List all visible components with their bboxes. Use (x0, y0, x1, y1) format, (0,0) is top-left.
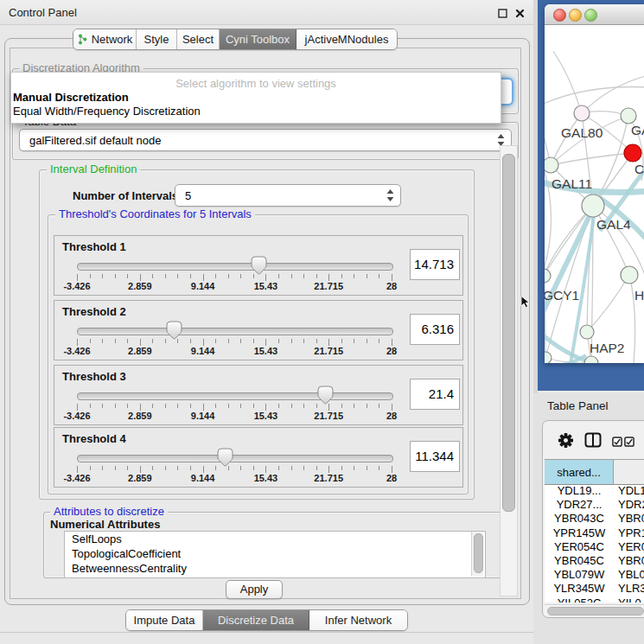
threshold-slider-thumb[interactable] (217, 448, 233, 467)
minor-tick (115, 274, 116, 278)
minimize-traffic-light-icon[interactable] (569, 9, 582, 22)
threshold-value-field[interactable]: 6.316 (410, 314, 460, 345)
tab-discretize-data[interactable]: Discretize Data (203, 610, 309, 630)
major-tick (203, 339, 204, 346)
threshold-slider-track[interactable] (77, 328, 393, 335)
stepper-arrows-icon (497, 134, 505, 146)
tick-label: 15.43 (243, 346, 288, 356)
minor-tick (278, 466, 279, 470)
panel-scrollbar-thumb[interactable] (502, 154, 515, 512)
table-row[interactable]: YDL19...YDL1 (545, 484, 644, 498)
major-tick (265, 274, 266, 281)
minor-tick (177, 274, 178, 278)
number-of-intervals-combobox[interactable]: 5 (175, 184, 401, 207)
tab-select[interactable]: Select (177, 29, 220, 49)
table-row[interactable]: YLR345WYLR3 (545, 582, 644, 596)
tick-label: 2.859 (118, 473, 163, 483)
minor-tick (341, 274, 342, 278)
float-window-icon[interactable] (497, 7, 508, 18)
table-header-row: shared...na (545, 459, 644, 485)
minor-tick (379, 274, 379, 278)
table-data-combobox[interactable]: galFiltered.sif default node (19, 129, 512, 151)
table-hscrollbar[interactable] (545, 604, 644, 615)
gear-icon[interactable] (558, 432, 574, 452)
minor-tick (228, 274, 229, 278)
threshold-value-field[interactable]: 11.344 (410, 441, 460, 472)
table-row[interactable]: YDR27...YDR2 (545, 498, 644, 512)
threshold-slider-thumb[interactable] (317, 386, 334, 405)
threshold-slider-thumb[interactable] (251, 256, 267, 275)
network-node (574, 105, 590, 121)
tab-label: jActiveMNodules (305, 33, 389, 46)
columns-icon[interactable] (584, 432, 602, 451)
table-row[interactable]: YIL052CYIL0 (545, 596, 644, 603)
close-traffic-light-icon[interactable] (553, 9, 566, 22)
network-window-titlebar[interactable] (545, 4, 644, 25)
minor-tick (165, 466, 166, 470)
threshold-panel-4: Threshold 4-3.4262.8599.14415.4321.71528… (54, 427, 463, 488)
minor-tick (102, 274, 103, 278)
tab-infer-network[interactable]: Infer Network (309, 610, 407, 630)
minor-tick (316, 466, 317, 470)
interval-definition-label: Interval Definition (47, 163, 140, 175)
apply-button[interactable]: Apply (226, 580, 283, 599)
table-cell: YBR0 (614, 554, 644, 568)
threshold-slider-track[interactable] (77, 263, 393, 271)
minor-tick (165, 274, 166, 278)
popup-item-manual-discretization[interactable]: Manual Discretization (13, 91, 129, 104)
threshold-slider-track[interactable] (77, 455, 393, 462)
attributes-list-scrollbar[interactable] (471, 532, 483, 576)
network-node (545, 352, 552, 363)
minor-tick (379, 339, 379, 343)
attribute-list-item[interactable]: TopologicalCoefficient (65, 547, 485, 561)
minor-tick (253, 466, 254, 470)
network-node (580, 325, 594, 339)
node-table: shared...na YDL19...YDL1YDR27...YDR2YBR0… (545, 459, 644, 603)
tab-jactivemnodules[interactable]: jActiveMNodules (296, 29, 397, 49)
threshold-slider-track[interactable] (77, 392, 393, 400)
minor-tick (316, 274, 317, 278)
numerical-attributes-list[interactable]: SelfLoopsTopologicalCoefficientBetweenne… (64, 531, 486, 578)
network-node (624, 144, 641, 162)
table-row[interactable]: YBR045CYBR0 (545, 554, 644, 568)
tab-impute-data[interactable]: Impute Data (126, 610, 203, 630)
table-row[interactable]: YBL079WYBL0 (545, 568, 644, 582)
table-row[interactable]: YER054CYER0 (545, 540, 644, 554)
major-tick (203, 466, 204, 473)
tick-label: -3.426 (54, 281, 99, 291)
tab-label: Impute Data (134, 614, 195, 627)
network-node-label: H (634, 288, 644, 303)
attribute-list-item[interactable]: BetweennessCentrality (65, 562, 485, 576)
table-column-header[interactable]: shared... (545, 460, 614, 484)
table-row[interactable]: YBR043CYBR0 (545, 512, 644, 526)
table-row[interactable]: YPR145WYPR1 (545, 526, 644, 540)
minor-tick (379, 404, 379, 408)
threshold-value-field[interactable]: 21.4 (410, 379, 460, 410)
network-node-label: C (634, 162, 644, 176)
threshold-value-field[interactable]: 14.713 (410, 249, 460, 280)
tab-label: Style (144, 33, 169, 46)
minor-tick (316, 339, 317, 343)
minor-tick (303, 404, 304, 408)
threshold-slider-thumb[interactable] (166, 321, 182, 340)
zoom-traffic-light-icon[interactable] (584, 9, 597, 22)
popup-item-equal-width[interactable]: Equal Width/Frequency Discretization (13, 105, 201, 118)
minor-tick (102, 339, 103, 343)
close-icon[interactable] (514, 7, 526, 18)
tab-network[interactable]: Network (73, 29, 137, 49)
minor-tick (115, 466, 116, 470)
table-column-header[interactable]: na (614, 460, 644, 484)
major-tick (265, 339, 266, 346)
checkbox-checked-icon[interactable] (624, 435, 634, 450)
minor-tick (379, 466, 379, 470)
panel-title: Control Panel (9, 6, 77, 19)
major-tick (328, 339, 329, 346)
network-node-label: GAL11 (552, 176, 592, 191)
network-canvas[interactable]: GAL80GACGAL11GAL4GCY1HHAP2 (545, 25, 644, 363)
table-cell: YER0 (614, 540, 644, 554)
tab-style[interactable]: Style (137, 29, 177, 49)
checkbox-checked-icon[interactable] (612, 435, 622, 450)
tab-cyni-toolbox[interactable]: Cyni Toolbox (220, 29, 296, 49)
attribute-list-item[interactable]: SelfLoops (65, 532, 485, 546)
number-of-intervals-label: Number of Intervals (73, 189, 178, 202)
